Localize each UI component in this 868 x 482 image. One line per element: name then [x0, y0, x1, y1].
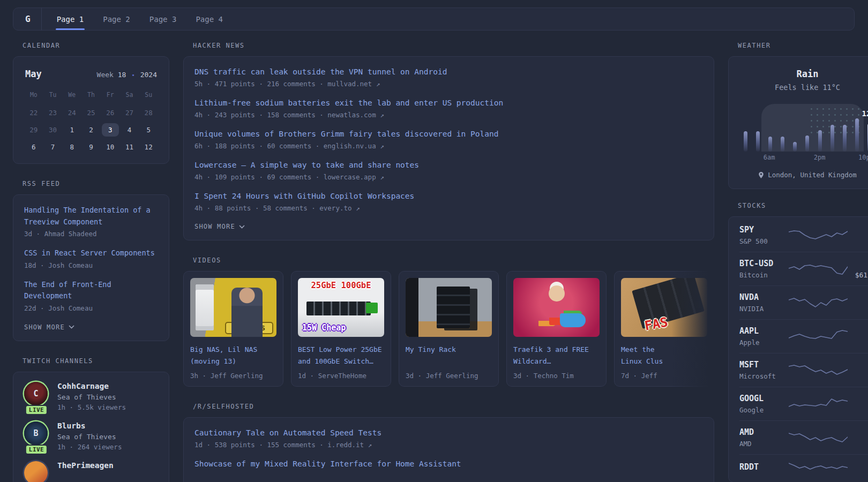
- sparkline-chart: [789, 397, 848, 411]
- rss-item-title[interactable]: CSS in React Server Components: [24, 247, 158, 259]
- video-card[interactable]: My Tiny Rack 3d · Jeff Geerling: [399, 271, 499, 387]
- sparkline-path: [789, 231, 848, 239]
- stock-row[interactable]: GOOGL Google +0.10% $166.78: [739, 387, 868, 420]
- stock-name: Microsoft: [739, 372, 789, 381]
- twitch-avatar-wrap: B LIVE: [24, 421, 49, 451]
- stock-values: +4.40% $61,725.48: [848, 258, 868, 280]
- reddit-item: Showcase of my Mixed Reality Interface f…: [194, 458, 703, 470]
- stock-row[interactable]: NVDA NVIDIA +3.52% $888.40: [739, 285, 868, 319]
- calendar-widget-label: CALENDAR: [23, 42, 169, 49]
- calendar-week-year: Week 18 • 2024: [97, 71, 157, 79]
- weather-panel: Rain Feels like 11°C: [728, 56, 868, 189]
- video-card[interactable]: LIL NAS Big NAS, Lil NAS (moving 13) 3h …: [183, 271, 283, 387]
- stock-symbol: SPY: [739, 224, 789, 235]
- video-title[interactable]: Traefik 3 and FREE Wildcard…: [513, 344, 600, 367]
- stock-price: $888.40: [848, 304, 868, 313]
- twitch-channel-info: ThePrimeagen: [57, 461, 114, 482]
- rss-item-title[interactable]: Handling The Indentation of a Treeview C…: [24, 205, 158, 228]
- top-navbar: G Page 1 Page 2 Page 3 Page 4: [13, 7, 855, 31]
- current-temperature-value: 12: [862, 109, 868, 118]
- sparkline-path: [789, 298, 848, 307]
- video-card[interactable]: FAS Meet the Linux Clus 7d · Jeff: [614, 271, 714, 387]
- twitch-channel-name[interactable]: CohhCarnage: [57, 382, 126, 390]
- page-tab[interactable]: Page 3: [149, 8, 177, 30]
- page-tab[interactable]: Page 4: [196, 8, 223, 30]
- video-thumbnail[interactable]: LIL NAS: [190, 278, 276, 337]
- calendar-panel: May Week 18 • 2024 Mo Tu: [13, 56, 169, 164]
- stock-row[interactable]: AMD AMD +2.94% $150.45: [739, 420, 868, 454]
- video-card[interactable]: Traefik 3 and FREE Wildcard… 3d · Techno…: [506, 271, 607, 387]
- stock-price: $184.91: [848, 338, 868, 347]
- weather-location-text: London, United Kingdom: [768, 171, 857, 179]
- video-meta: 3d · Jeff Geerling: [406, 372, 492, 380]
- video-thumbnail[interactable]: [513, 278, 600, 337]
- video-thumbnail[interactable]: FAS: [621, 278, 707, 337]
- hackernews-item-title[interactable]: Lithium-free sodium batteries exit the l…: [194, 97, 703, 109]
- video-thumbnail[interactable]: [406, 278, 492, 337]
- calendar-day: 23: [44, 106, 62, 119]
- reddit-widget-label: /R/SELFHOSTED: [193, 403, 714, 410]
- hackernews-item-title[interactable]: DNS traffic can leak outside the VPN tun…: [194, 66, 703, 78]
- sparkline-chart: [789, 363, 848, 377]
- twitch-channel-row[interactable]: B LIVE Blurbs Sea of Thieves 1h · 264 vi…: [24, 421, 158, 451]
- stock-values: +2.94% $150.45: [848, 427, 868, 448]
- reddit-panel: Cautionary Tale on Automated Speed Tests…: [183, 417, 714, 482]
- calendar-weekday: Sa: [120, 84, 139, 102]
- hackernews-item-meta: 6h · 188 points · 60 comments · english.…: [194, 142, 703, 151]
- reddit-widget: /R/SELFHOSTED Cautionary Tale on Automat…: [183, 403, 714, 482]
- sparkline-path: [789, 265, 848, 274]
- page-tab[interactable]: Page 2: [103, 8, 130, 30]
- hackernews-item-title[interactable]: Lowercase – A simple way to take and sha…: [194, 160, 703, 171]
- stock-row[interactable]: AAPL Apple +6.87% $184.91: [739, 319, 868, 353]
- video-title[interactable]: Big NAS, Lil NAS (moving 13): [190, 344, 276, 367]
- stock-price: $61,725.48: [848, 270, 868, 280]
- stock-values: +0.10% $166.78: [848, 393, 868, 415]
- chevron-down-icon: [69, 325, 74, 329]
- sparkline-path: [789, 399, 848, 406]
- rss-item: The End of Front-End Development 22d · J…: [24, 279, 158, 313]
- calendar-day: 10: [102, 140, 119, 154]
- twitch-avatar-wrap: C LIVE: [24, 382, 49, 411]
- video-card[interactable]: 25GbE 100GbE 15W Cheap BEST Low Power 25…: [291, 271, 391, 387]
- calendar-day: 25: [83, 106, 100, 119]
- stock-row[interactable]: BTC-USD Bitcoin +4.40% $61,725.48: [739, 252, 868, 285]
- twitch-channel-name[interactable]: Blurbs: [57, 421, 122, 430]
- calendar-day: 6: [25, 140, 42, 154]
- rss-item-title[interactable]: The End of Front-End Development: [24, 279, 158, 302]
- calendar-day: 3: [102, 123, 119, 137]
- calendar-weekday: We: [62, 84, 81, 102]
- hackernews-show-more-button[interactable]: SHOW MORE: [194, 223, 703, 230]
- avatar: C: [24, 382, 48, 405]
- twitch-channel-name[interactable]: ThePrimeagen: [57, 461, 114, 470]
- stock-values: +1.29% $511.57: [848, 224, 868, 246]
- twitch-channel-row[interactable]: C LIVE CohhCarnage Sea of Thieves 1h · 5…: [24, 382, 158, 411]
- hackernews-item-meta: 4h · 243 points · 158 comments · newatla…: [194, 111, 703, 120]
- stock-row[interactable]: MSFT Microsoft +2.16% $406.43: [739, 353, 868, 387]
- page-tab[interactable]: Page 1: [57, 8, 84, 30]
- hackernews-item-title[interactable]: I Spent 24 Hours with GitHub Copilot Wor…: [194, 191, 703, 202]
- stock-price: $406.43: [848, 372, 868, 381]
- video-title[interactable]: Meet the Linux Clus: [621, 344, 707, 367]
- video-thumbnail[interactable]: 25GbE 100GbE 15W Cheap: [298, 278, 384, 337]
- weather-hourly-chart: 12°: [744, 102, 868, 152]
- stock-values: -1.65%: [848, 462, 868, 474]
- thumbnail-text-primary: 25GbE 100GbE: [298, 281, 384, 290]
- stock-symbol: AMD: [739, 427, 789, 438]
- calendar-weekday: Su: [139, 84, 158, 102]
- stock-sparkline: [789, 431, 848, 445]
- stocks-widget: STOCKS SPY S&P 500: [728, 202, 868, 482]
- stock-row[interactable]: SPY S&P 500 +1.29% $511.57: [739, 219, 868, 252]
- video-title[interactable]: BEST Low Power 25GbE and 100GbE Switch…: [298, 344, 384, 367]
- rss-show-more-button[interactable]: SHOW MORE: [24, 323, 158, 331]
- stock-row[interactable]: RDDT -1.65%: [739, 454, 868, 480]
- calendar-widget: CALENDAR May Week 18 • 2024: [13, 42, 169, 164]
- rss-widget-label: RSS FEED: [23, 180, 169, 187]
- reddit-item-title[interactable]: Showcase of my Mixed Reality Interface f…: [194, 458, 703, 470]
- videos-widget: VIDEOS LIL NAS Big NAS, Lil NAS (moving …: [183, 257, 714, 387]
- video-title[interactable]: My Tiny Rack: [406, 344, 492, 367]
- hackernews-item-title[interactable]: Unique volumes of Brothers Grimm fairy t…: [194, 129, 703, 140]
- reddit-item-title[interactable]: Cautionary Tale on Automated Speed Tests: [194, 427, 703, 439]
- twitch-channel-row[interactable]: ThePrimeagen: [24, 461, 158, 482]
- reddit-item-list: Cautionary Tale on Automated Speed Tests…: [194, 427, 703, 470]
- calendar-day: 11: [121, 140, 138, 154]
